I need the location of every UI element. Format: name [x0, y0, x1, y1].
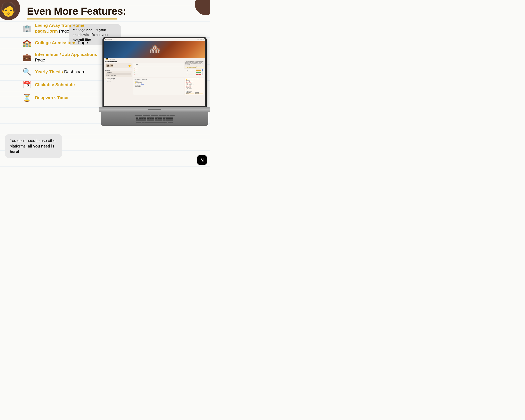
laptop-screen-outer: Acadashboard. Edited just now 🔒 🐱 Add co… — [103, 37, 207, 108]
key — [156, 115, 159, 116]
key — [149, 119, 152, 121]
keyboard-row-3 — [136, 119, 173, 121]
key — [152, 119, 154, 121]
task-priority-4: High — [196, 74, 201, 75]
task-name-2: Task 2 — [135, 70, 138, 71]
feature-item-dorm: 🏢 Living Away from Home page/Dorm Page — [22, 23, 101, 34]
key — [160, 117, 162, 119]
task-name-4: Task 4 — [135, 74, 138, 75]
warning-text: UPCOMING DELIVERABLES — [187, 67, 197, 68]
laptop-keyboard — [101, 112, 208, 126]
keyboard-row-2 — [136, 117, 173, 119]
keyboard-row-1 — [135, 115, 175, 116]
key — [168, 119, 173, 121]
feature-text-dorm: Living Away from Home page/Dorm Page — [35, 23, 101, 34]
schedule-icon: 📅 — [22, 81, 32, 89]
feature-highlight-internship: Internships / Job Applications — [35, 52, 97, 57]
key — [141, 119, 144, 121]
task-check-2[interactable]: ✓ — [202, 69, 203, 71]
grade-text: Grade 12 (Senior Year) — [106, 75, 131, 76]
key — [139, 117, 141, 119]
key — [140, 115, 142, 116]
feature-highlight-college: College Admissions — [35, 40, 77, 45]
key — [147, 119, 149, 121]
clock-min: 38 — [110, 64, 113, 67]
key — [144, 119, 146, 121]
clock-cat-icon: 🐈 — [128, 65, 131, 67]
title-underline — [27, 19, 118, 19]
notion-logo-container: N — [197, 155, 207, 165]
key — [135, 115, 137, 116]
spacebar-key — [144, 122, 165, 123]
key — [147, 117, 149, 119]
current-hint: copy link to your current semester/year — [111, 74, 124, 75]
feature-highlight-schedule: Clickable Schedule — [35, 82, 75, 87]
feature-text-schedule: Clickable Schedule — [35, 82, 75, 88]
action-new-note[interactable]: 📄 New Note — [105, 81, 132, 82]
key — [155, 119, 157, 121]
physics-days: 25 Days Remaining 📅 — [186, 84, 203, 85]
quick-actions-title: ⚡ QUICK ACTIONS — [105, 77, 132, 79]
task-priority-3: Low — [196, 72, 201, 73]
key — [165, 122, 167, 123]
key — [157, 117, 160, 119]
assign-col-2: Social Stud... Assignment — [195, 92, 203, 94]
key — [136, 119, 141, 121]
upcoming-header: ⚠️ UPCOMING DELIVERABLES — [186, 78, 203, 80]
clock-pm: PM — [114, 65, 115, 66]
key — [139, 122, 141, 123]
table-row: Task 4 September 8, 20... High — [134, 73, 203, 75]
laptop-base — [99, 107, 210, 112]
task-deadline-3: September 8, 20... — [186, 72, 195, 73]
exam-item-1: Physics Midterms 🔴 Not started October 3… — [186, 81, 203, 85]
screen-edit-text: Edited just now 🔒 — [197, 39, 204, 40]
screen-bottom-row: 📋 Reminders & Mini To-Dos Archive 🔔 New … — [133, 78, 204, 94]
my-info-title: ▶ My Info — [105, 69, 132, 71]
quote-text: " Love is an untamed force. When we try … — [185, 61, 204, 65]
assignments-row: Social Studies Homework Social Stud... A… — [186, 92, 203, 94]
screen-header-img — [104, 41, 205, 58]
exams-category: 📚 Exams → — [186, 80, 203, 81]
feature-text-college: College Admissions Page — [35, 40, 88, 46]
key — [136, 122, 139, 123]
task-priority-2: Medium — [196, 70, 201, 71]
task-check-3[interactable] — [202, 71, 203, 73]
task-name-3: Task 3 — [135, 72, 138, 73]
key — [145, 115, 148, 116]
key — [160, 119, 162, 121]
reminders-title: 📋 Reminders & Mini To-Dos — [134, 78, 183, 81]
key — [151, 115, 153, 116]
action-new-assignment[interactable]: 📝 New Assignment — [105, 79, 132, 81]
notion-logo: N — [197, 155, 207, 165]
assignments-category: 📝 Assignments → — [186, 91, 203, 92]
page-title: Even More Features: — [27, 5, 126, 17]
assign-type-1: Homework — [186, 93, 194, 94]
arrow-icon: ▶ — [105, 70, 106, 71]
feature-item-deepwork: ⏳ Deepwork Timer — [22, 93, 101, 102]
key — [159, 115, 161, 116]
notion-logo-letter: N — [200, 158, 204, 163]
key — [155, 117, 157, 119]
screen-main: 04 38 PM MONDAY 🐈 ▶ My Info — [104, 63, 205, 95]
laptop-container: Acadashboard. Edited just now 🔒 🐱 Add co… — [99, 37, 210, 155]
college-icon: 🏫 — [22, 39, 32, 47]
add-new-task[interactable]: + New — [134, 75, 203, 77]
feature-text-deepwork: Deepwork Timer — [35, 95, 69, 101]
clock-hour: 04 — [106, 64, 110, 67]
info-box: 🧭 Navigation ⊙ Current · copy link to yo… — [105, 71, 132, 77]
key — [167, 115, 169, 116]
archive-text: Archive — [135, 81, 138, 82]
current-info: ⊙ Current · copy link to your current se… — [106, 73, 131, 75]
key — [144, 117, 146, 119]
screen-left-col: 04 38 PM MONDAY 🐈 ▶ My Info — [105, 63, 132, 94]
key — [169, 115, 175, 116]
col-name-header: Aa Name — [134, 65, 185, 66]
task-deadline-4: September 8, 20... — [186, 74, 195, 75]
feature-item-schedule: 📅 Clickable Schedule — [22, 81, 101, 89]
key — [149, 117, 152, 119]
new-reminder-text: 🔔 New Reminder — [135, 82, 142, 83]
add-new-exam[interactable]: + New — [186, 89, 203, 90]
screen-content: Acadashboard. Edited just now 🔒 🐱 Add co… — [104, 38, 205, 106]
task-check-4[interactable] — [202, 73, 203, 75]
zoom-text: Zoom Meeting — [135, 85, 141, 86]
